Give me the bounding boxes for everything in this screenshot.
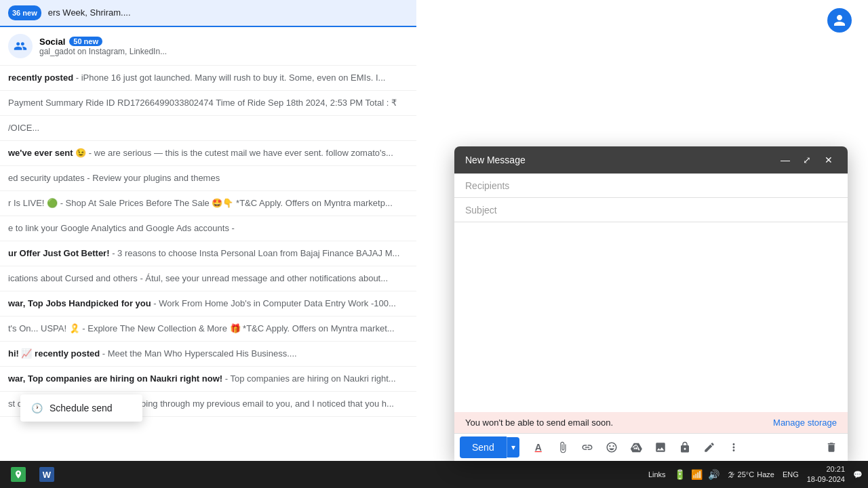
primary-snippet: ers Week, Shriram....	[48, 6, 131, 20]
list-item[interactable]: war, Top companies are hiring on Naukri …	[0, 367, 416, 392]
schedule-icon: 🕐	[31, 403, 43, 413]
email-sender: war, Top Jobs Handpicked for you	[8, 298, 151, 308]
email-snippet: - iPhone 16 just got launched. Many will…	[76, 73, 386, 83]
email-sender: recently posted	[8, 73, 73, 83]
email-body[interactable]	[454, 222, 848, 412]
close-button[interactable]: ✕	[821, 152, 837, 168]
tab-social[interactable]: Social 50 new gal_gadot on Instagram, Li…	[0, 27, 416, 66]
modal-title: New Message	[465, 155, 526, 165]
email-snippet: - 3 reasons to choose Insta Personal Loa…	[112, 248, 399, 258]
email-snippet: ications about Cursed and others - Átul,…	[8, 273, 388, 283]
taskbar-links[interactable]: Links	[648, 470, 666, 479]
list-item[interactable]: we've ever sent 😉 - we are serious — thi…	[0, 141, 416, 166]
weather-condition: Haze	[757, 470, 774, 479]
modal-controls: — ⤢ ✕	[777, 152, 837, 168]
taskbar-right: Links 🔋 📶 🔊 🌫 25°C Haze ENG 20:21 18-09-…	[648, 464, 863, 485]
temperature: 25°C	[738, 470, 755, 479]
delete-button[interactable]	[821, 436, 842, 458]
tab-primary[interactable]: 36 new ers Week, Shriram....	[0, 0, 416, 27]
minimize-button[interactable]: —	[777, 152, 793, 168]
new-message-modal: New Message — ⤢ ✕ Recipients Subject You…	[454, 146, 848, 461]
manage-storage-link[interactable]: Manage storage	[773, 418, 837, 428]
taskbar-clock: 20:21 18-09-2024	[807, 464, 845, 485]
attach-button[interactable]	[552, 436, 574, 458]
list-item[interactable]: t's On... USPA! 🎗️ - Explore The New Col…	[0, 317, 416, 342]
battery-icon: 🔋	[674, 469, 686, 480]
subject-field[interactable]: Subject	[454, 198, 848, 222]
email-sender: we've ever sent 😉	[8, 148, 86, 158]
email-snippet: r Is LIVE! 🟢 - Shop At Sale Prices Befor…	[8, 198, 393, 208]
network-icon: 📶	[691, 469, 703, 480]
gmail-background: 36 new ers Week, Shriram.... Social 50 n…	[0, 0, 868, 488]
social-subtitle: gal_gadot on Instagram, LinkedIn...	[39, 47, 408, 56]
send-button-group: Send ▾	[460, 436, 519, 458]
more-options-button[interactable]	[723, 436, 745, 458]
list-item[interactable]: recently posted - iPhone 16 just got lau…	[0, 66, 416, 91]
send-button[interactable]: Send	[460, 436, 507, 458]
list-item[interactable]: war, Top Jobs Handpicked for you - Work …	[0, 291, 416, 317]
email-snippet: - we are serious — this is the cutest ma…	[89, 148, 393, 158]
email-snippet: Payment Summary Ride ID RD17266499033802…	[8, 98, 397, 108]
social-badge: 50 new	[69, 37, 102, 46]
lock-button[interactable]	[674, 436, 696, 458]
weather-icon: 🌫	[728, 470, 735, 479]
list-item[interactable]: hi! 📈 recently posted - Meet the Man Who…	[0, 342, 416, 367]
taskbar-app-word[interactable]: W	[34, 466, 60, 483]
language-indicator: ENG	[783, 470, 799, 479]
link-button[interactable]	[576, 436, 598, 458]
recipients-field[interactable]: Recipients	[454, 174, 848, 198]
font-color-button[interactable]: A	[528, 436, 549, 458]
email-snippet: - Meet the Man Who Hyperscaled His Busin…	[102, 348, 297, 359]
warning-bar: You won't be able to send email soon. Ma…	[454, 412, 848, 433]
recipients-placeholder: Recipients	[465, 180, 509, 191]
email-sender: war, Top companies are hiring on Naukri …	[8, 373, 222, 384]
word-icon: W	[39, 467, 54, 482]
email-sender: hi! 📈 recently posted	[8, 348, 100, 359]
weather-display: 🌫 25°C Haze	[728, 470, 774, 479]
volume-icon: 🔊	[708, 469, 719, 480]
email-snippet: /OICE...	[8, 123, 39, 133]
email-sender: ur Offer Just Got Better!	[8, 248, 110, 258]
modal-toolbar: Send ▾ A	[454, 433, 848, 461]
explore-icon	[11, 467, 26, 482]
date-display: 18-09-2024	[807, 474, 845, 485]
social-title: Social 50 new	[39, 37, 408, 47]
primary-badge: 36 new	[8, 5, 41, 20]
subject-placeholder: Subject	[465, 205, 497, 216]
email-snippet: t's On... USPA! 🎗️ - Explore The New Col…	[8, 323, 395, 333]
taskbar: W Links 🔋 📶 🔊 🌫 25°C Haze ENG 20:21	[0, 461, 868, 488]
list-item[interactable]: ur Offer Just Got Better! - 3 reasons to…	[0, 241, 416, 266]
notification-icon[interactable]: 💬	[853, 470, 863, 479]
schedule-label: Schedule send	[50, 403, 113, 413]
list-item[interactable]: r Is LIVE! 🟢 - Shop At Sale Prices Befor…	[0, 191, 416, 216]
list-item[interactable]: ed security updates - Review your plugin…	[0, 166, 416, 191]
social-icon	[8, 34, 33, 58]
fullscreen-button[interactable]: ⤢	[799, 152, 815, 168]
photo-button[interactable]	[650, 436, 671, 458]
social-text: Social 50 new gal_gadot on Instagram, Li…	[39, 37, 408, 56]
list-item[interactable]: ications about Cursed and others - Átul,…	[0, 266, 416, 291]
email-snippet: - Work From Home Job's in Computer Data …	[153, 298, 395, 308]
email-snippet: ed security updates - Review your plugin…	[8, 173, 220, 183]
list-item[interactable]: /OICE...	[0, 116, 416, 141]
system-tray: 🔋 📶 🔊	[674, 469, 719, 480]
list-item[interactable]: e to link your Google Analytics and Goog…	[0, 216, 416, 241]
schedule-send-item[interactable]: 🕐 Schedule send	[20, 394, 142, 422]
signature-button[interactable]	[698, 436, 720, 458]
taskbar-app-explore[interactable]	[5, 466, 31, 483]
email-list: 36 new ers Week, Shriram.... Social 50 n…	[0, 0, 416, 461]
warning-text: You won't be able to send email soon.	[465, 418, 613, 428]
modal-header: New Message — ⤢ ✕	[454, 146, 848, 174]
list-item[interactable]: Payment Summary Ride ID RD17266499033802…	[0, 91, 416, 116]
email-snippet: - Top companies are hiring on Naukri rig…	[225, 373, 396, 384]
time-display: 20:21	[807, 464, 845, 474]
emoji-button[interactable]	[601, 436, 623, 458]
email-snippet: e to link your Google Analytics and Goog…	[8, 223, 235, 233]
schedule-send-popup: 🕐 Schedule send	[20, 394, 142, 422]
user-avatar[interactable]	[827, 8, 852, 33]
send-dropdown-button[interactable]: ▾	[507, 437, 519, 458]
drive-button[interactable]	[625, 436, 647, 458]
